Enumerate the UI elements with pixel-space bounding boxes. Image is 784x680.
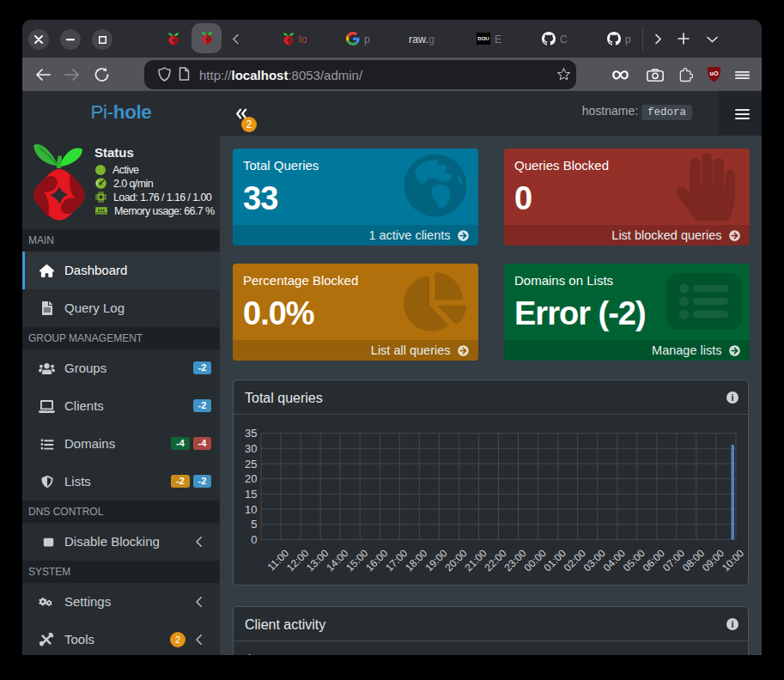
svg-text:00:00: 00:00 <box>522 547 549 574</box>
svg-text:5: 5 <box>251 518 257 531</box>
svg-text:20:00: 20:00 <box>442 547 469 574</box>
svg-text:02:00: 02:00 <box>562 547 588 574</box>
svg-text:10:00: 10:00 <box>720 547 746 574</box>
svg-text:16:00: 16:00 <box>363 547 390 574</box>
svg-text:25: 25 <box>245 458 257 471</box>
svg-text:13:00: 13:00 <box>304 547 331 574</box>
svg-text:09:00: 09:00 <box>700 547 726 574</box>
svg-text:14:00: 14:00 <box>324 547 350 574</box>
svg-text:04:00: 04:00 <box>601 547 628 574</box>
svg-text:01:00: 01:00 <box>542 547 568 574</box>
svg-text:17:00: 17:00 <box>383 547 410 574</box>
svg-text:08:00: 08:00 <box>680 547 707 574</box>
svg-text:uO: uO <box>710 70 719 76</box>
svg-text:18:00: 18:00 <box>403 547 429 574</box>
svg-text:15:00: 15:00 <box>343 547 370 574</box>
svg-text:03:00: 03:00 <box>581 547 608 574</box>
svg-text:07:00: 07:00 <box>660 547 687 574</box>
svg-text:22:00: 22:00 <box>482 547 508 574</box>
svg-text:21:00: 21:00 <box>462 547 489 574</box>
svg-text:12:00: 12:00 <box>284 547 311 574</box>
svg-text:06:00: 06:00 <box>641 547 667 574</box>
svg-text:15: 15 <box>245 488 257 501</box>
svg-text:10: 10 <box>245 503 257 516</box>
svg-text:35: 35 <box>245 427 257 440</box>
svg-text:19:00: 19:00 <box>422 547 449 574</box>
svg-text:30: 30 <box>245 442 257 455</box>
svg-text:05:00: 05:00 <box>621 547 647 574</box>
svg-text:23:00: 23:00 <box>501 547 528 574</box>
svg-text:0: 0 <box>251 533 257 546</box>
svg-text:20: 20 <box>245 472 257 485</box>
